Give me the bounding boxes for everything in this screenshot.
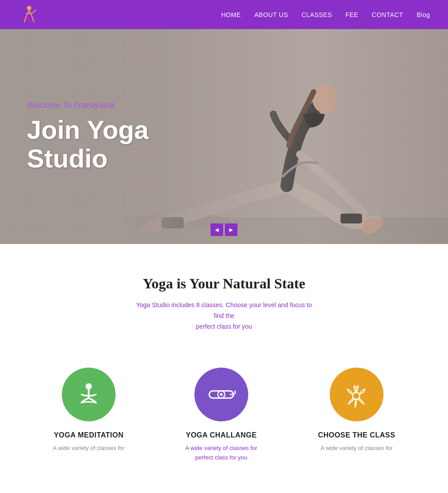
hero-section: Welcome To Pranayama Join Yoga Studio ◄ … (0, 29, 448, 244)
card-choose: CHOOSE THE CLASS A wide variety of class… (318, 368, 395, 453)
nav-classes[interactable]: CLASSES (302, 11, 332, 18)
challenge-desc: A wide variety of classes for perfect cl… (185, 444, 257, 463)
svg-point-19 (220, 393, 223, 396)
slider-controls: ◄ ► (211, 223, 237, 236)
choose-title: CHOOSE THE CLASS (318, 431, 395, 439)
nav-contact[interactable]: CONTACT (372, 11, 403, 18)
intro-section: Yoga is Your Natural State Yoga Studio i… (0, 244, 448, 354)
nav-blog[interactable]: Blog (417, 11, 430, 18)
cards-section: YOGA MEDITATION A wide variety of classe… (0, 354, 448, 493)
main-nav: HOME ABOUT US CLASSES FEE CONTACT Blog (221, 11, 430, 18)
meditation-desc: A wide variety of classes for (53, 444, 125, 453)
hero-title: Join Yoga Studio (27, 116, 149, 173)
nav-about[interactable]: ABOUT US (254, 11, 288, 18)
svg-line-5 (32, 17, 34, 22)
choose-icon-circle (330, 368, 383, 421)
site-header: HOME ABOUT US CLASSES FEE CONTACT Blog (0, 0, 448, 29)
slider-next-button[interactable]: ► (225, 223, 237, 236)
svg-line-6 (32, 10, 36, 13)
svg-point-0 (27, 6, 31, 10)
card-challenge: YOGA CHALLANGE A wide variety of classes… (185, 368, 257, 463)
challenge-title: YOGA CHALLANGE (185, 431, 257, 439)
hero-content: Welcome To Pranayama Join Yoga Studio (27, 101, 149, 173)
meditation-title: YOGA MEDITATION (53, 431, 125, 439)
logo[interactable] (18, 4, 40, 26)
intro-description: Yoga Studio includes 8 classes. Choose y… (134, 300, 314, 332)
challenge-icon-circle (194, 368, 248, 421)
nav-fee[interactable]: FEE (345, 11, 358, 18)
choose-desc: A wide variety of classes for (318, 444, 395, 453)
nav-home[interactable]: HOME (221, 11, 241, 18)
card-meditation: YOGA MEDITATION A wide variety of classe… (53, 368, 125, 453)
hero-subtitle: Welcome To Pranayama (27, 101, 149, 110)
svg-point-16 (86, 383, 92, 390)
slider-prev-button[interactable]: ◄ (211, 223, 223, 236)
intro-heading: Yoga is Your Natural State (18, 275, 430, 292)
meditation-icon-circle (62, 368, 116, 421)
svg-line-4 (24, 17, 26, 22)
